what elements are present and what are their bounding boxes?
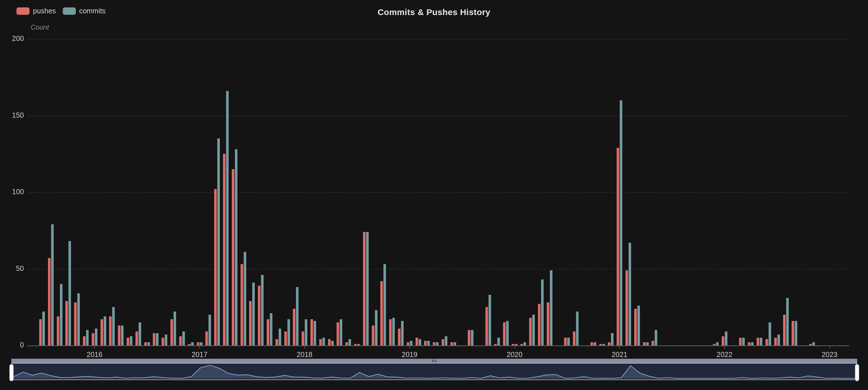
bar-pushes-2022-08[interactable] (783, 315, 786, 346)
bar-commits-2020-05[interactable] (550, 270, 553, 346)
bar-pushes-2021-12[interactable] (713, 344, 715, 346)
bar-pushes-2018-08[interactable] (363, 232, 366, 346)
bar-pushes-2020-03[interactable] (529, 318, 532, 346)
datazoom-slider[interactable] (11, 359, 857, 380)
datazoom-move-handle-icon[interactable] (432, 360, 436, 362)
bar-pushes-2019-12[interactable] (503, 322, 505, 346)
bar-pushes-2018-11[interactable] (389, 319, 392, 346)
bar-commits-2022-05[interactable] (760, 338, 762, 346)
bar-pushes-2021-03[interactable] (634, 309, 637, 346)
bar-commits-2022-09[interactable] (795, 321, 797, 346)
bar-pushes-2018-01[interactable] (302, 331, 304, 346)
bar-commits-2018-08[interactable] (366, 232, 369, 346)
bar-pushes-2020-11[interactable] (599, 344, 602, 346)
bar-commits-2015-07[interactable] (42, 311, 45, 346)
bar-pushes-2016-03[interactable] (109, 317, 112, 346)
bar-pushes-2016-09[interactable] (162, 338, 164, 346)
bar-commits-2020-11[interactable] (602, 344, 605, 346)
bar-commits-2018-12[interactable] (401, 321, 404, 346)
bar-pushes-2021-01[interactable] (617, 148, 619, 346)
bar-commits-2020-02[interactable] (524, 342, 526, 346)
bar-pushes-2019-08[interactable] (468, 330, 470, 346)
bar-pushes-2017-11[interactable] (284, 331, 287, 346)
bar-pushes-2020-08[interactable] (573, 331, 576, 346)
bar-pushes-2017-03[interactable] (214, 189, 217, 346)
bar-commits-2021-01[interactable] (620, 100, 622, 346)
bar-commits-2016-03[interactable] (112, 307, 115, 346)
bar-pushes-2017-10[interactable] (276, 339, 278, 346)
bar-pushes-2017-02[interactable] (205, 331, 208, 346)
bar-pushes-2016-10[interactable] (170, 319, 173, 346)
bar-commits-2022-03[interactable] (742, 338, 745, 346)
bar-pushes-2018-02[interactable] (310, 319, 313, 346)
bar-pushes-2019-03[interactable] (424, 341, 427, 346)
bar-commits-2017-09[interactable] (270, 313, 272, 346)
bar-commits-2016-01[interactable] (95, 329, 97, 346)
datazoom-right-handle[interactable] (855, 364, 859, 381)
bar-commits-2017-06[interactable] (244, 252, 246, 346)
bar-commits-2015-09[interactable] (60, 284, 62, 346)
bar-pushes-2015-07[interactable] (39, 319, 42, 346)
bar-commits-2018-06[interactable] (348, 339, 351, 346)
bar-pushes-2017-07[interactable] (249, 301, 252, 346)
bar-pushes-2016-07[interactable] (144, 342, 147, 346)
bar-pushes-2020-01[interactable] (512, 344, 515, 346)
bar-pushes-2022-04[interactable] (748, 342, 750, 346)
bar-commits-2020-01[interactable] (515, 344, 518, 346)
bar-pushes-2018-12[interactable] (398, 329, 401, 346)
bar-pushes-2021-02[interactable] (625, 270, 628, 346)
bar-pushes-2017-06[interactable] (241, 264, 243, 346)
bar-pushes-2017-05[interactable] (232, 169, 234, 346)
bar-commits-2022-11[interactable] (812, 342, 815, 346)
bar-commits-2020-08[interactable] (576, 311, 579, 346)
bar-commits-2017-05[interactable] (235, 149, 238, 346)
bar-pushes-2015-08[interactable] (48, 258, 51, 346)
bar-commits-2018-11[interactable] (392, 318, 395, 346)
bar-commits-2022-01[interactable] (725, 331, 727, 346)
bar-commits-2016-05[interactable] (130, 336, 132, 346)
bar-pushes-2019-05[interactable] (442, 339, 444, 346)
bar-pushes-2019-02[interactable] (415, 338, 418, 346)
bar-commits-2015-11[interactable] (77, 293, 80, 346)
bar-commits-2018-07[interactable] (357, 344, 360, 346)
bar-pushes-2017-09[interactable] (267, 319, 269, 346)
bar-pushes-2022-06[interactable] (766, 339, 768, 346)
bar-commits-2022-08[interactable] (786, 298, 789, 346)
bar-commits-2017-04[interactable] (226, 91, 229, 346)
datazoom-left-handle[interactable] (9, 364, 13, 381)
bar-commits-2016-09[interactable] (165, 335, 167, 346)
bar-commits-2022-07[interactable] (777, 335, 780, 346)
bar-commits-2018-02[interactable] (314, 321, 316, 346)
bar-pushes-2020-05[interactable] (547, 302, 549, 346)
bar-commits-2016-04[interactable] (121, 326, 124, 346)
bar-pushes-2016-04[interactable] (118, 326, 120, 346)
bar-pushes-2017-04[interactable] (223, 154, 225, 346)
bar-commits-2021-05[interactable] (655, 330, 657, 346)
datazoom-move-bar[interactable] (11, 359, 857, 363)
bar-commits-2018-05[interactable] (340, 319, 342, 346)
bar-commits-2020-12[interactable] (611, 333, 614, 346)
bar-commits-2020-04[interactable] (541, 279, 544, 346)
bar-commits-2020-07[interactable] (567, 338, 570, 346)
bar-pushes-2019-06[interactable] (451, 342, 453, 346)
bar-pushes-2018-03[interactable] (319, 339, 322, 346)
bar-pushes-2016-02[interactable] (100, 319, 103, 346)
bar-pushes-2015-09[interactable] (57, 317, 59, 346)
bar-commits-2022-04[interactable] (751, 342, 753, 346)
bar-commits-2018-04[interactable] (331, 341, 334, 346)
bar-commits-2019-01[interactable] (410, 341, 412, 346)
bar-pushes-2019-04[interactable] (433, 342, 435, 346)
bar-commits-2020-03[interactable] (532, 315, 535, 346)
bar-pushes-2020-12[interactable] (608, 342, 610, 346)
bar-commits-2017-02[interactable] (209, 315, 211, 346)
bar-pushes-2022-03[interactable] (739, 338, 742, 346)
bar-pushes-2016-01[interactable] (92, 333, 94, 346)
bar-pushes-2017-01[interactable] (197, 342, 199, 346)
bar-pushes-2018-04[interactable] (328, 339, 331, 346)
bar-commits-2021-03[interactable] (638, 306, 640, 346)
bar-pushes-2018-05[interactable] (337, 322, 339, 346)
bar-commits-2017-01[interactable] (200, 342, 203, 346)
bar-commits-2019-03[interactable] (427, 341, 430, 346)
bar-commits-2019-02[interactable] (418, 339, 421, 346)
bar-commits-2015-10[interactable] (68, 241, 71, 346)
